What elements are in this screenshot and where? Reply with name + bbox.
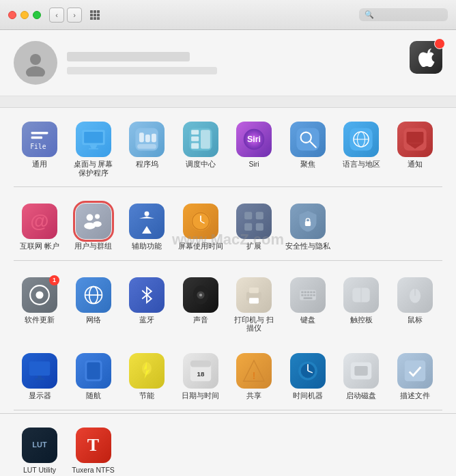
svg-rect-10 (137, 144, 156, 149)
pref-item-accessibility[interactable]: 辅助功能 (121, 199, 173, 255)
apple-id-badge (434, 38, 445, 49)
pref-item-security[interactable]: 安全性与隐私 (282, 199, 334, 255)
pref-item-siri[interactable]: SiriSiri (228, 117, 280, 181)
svg-rect-67 (303, 297, 312, 299)
section-1: File通用桌面与 屏幕保护程序程序坞调度中心SiriSiri聚焦语言与地区通知 (0, 108, 456, 184)
pref-item-mouse[interactable]: 鼠标 (389, 273, 441, 337)
pref-item-general[interactable]: File通用 (14, 117, 66, 181)
pref-icon-desktop (76, 122, 111, 157)
svg-rect-55 (249, 298, 259, 303)
pref-label-printer: 打印机与 扫描仪 (231, 316, 277, 333)
svg-rect-61 (313, 291, 315, 293)
pref-item-screensaver[interactable]: 屏幕使用时间 (175, 199, 227, 255)
svg-rect-13 (152, 134, 156, 142)
pref-label-dock: 程序坞 (136, 160, 158, 169)
pref-label-sound: 声音 (193, 316, 208, 324)
grid-view-button[interactable] (87, 8, 102, 23)
pref-label-mouse: 鼠标 (408, 316, 423, 324)
pref-label-software: 软件更新 (25, 316, 55, 324)
pref-item-handoff[interactable]: 随航 (68, 349, 119, 404)
minimize-button[interactable] (20, 11, 29, 19)
pref-item-software[interactable]: 1软件更新 (14, 273, 66, 337)
svg-text:18: 18 (197, 370, 204, 378)
pref-item-profile[interactable]: 描述文件 (389, 349, 441, 404)
pref-item-datetime[interactable]: 18日期与时间 (175, 349, 227, 404)
pref-item-tuxera[interactable]: TTuxera NTFS (68, 423, 119, 476)
pref-item-extensions[interactable]: 扩展 (228, 199, 280, 255)
pref-icon-network (76, 277, 111, 313)
pref-item-display[interactable]: 显示器 (14, 349, 66, 404)
svg-rect-66 (313, 294, 315, 296)
pref-item-sharing[interactable]: !共享 (228, 349, 280, 404)
pref-item-sound[interactable]: 声音 (175, 273, 227, 337)
svg-point-35 (145, 212, 149, 216)
svg-rect-41 (256, 212, 263, 219)
pref-item-trackpad[interactable]: 触控板 (335, 273, 387, 337)
section-2: @互联网 帐户用户与群组辅助功能屏幕使用时间扩展安全性与隐私 (0, 190, 456, 257)
pref-item-mission[interactable]: 调度中心 (175, 117, 227, 181)
pref-label-desktop: 桌面与 屏幕保护程序 (70, 160, 117, 177)
pref-item-internet[interactable]: @互联网 帐户 (14, 199, 66, 255)
svg-rect-63 (304, 294, 306, 296)
section-4: 显示器随航节能18日期与时间!共享时间机器启动磁盘描述文件 (0, 339, 456, 407)
pref-item-timemachine[interactable]: 时间机器 (282, 349, 334, 404)
pref-icon-dock (129, 122, 165, 157)
forward-button[interactable]: › (67, 8, 82, 23)
svg-rect-29 (406, 132, 423, 143)
pref-icon-spotlight (290, 122, 326, 157)
pref-item-dock[interactable]: 程序坞 (121, 117, 173, 181)
pref-item-users[interactable]: 用户与群组 (68, 199, 119, 255)
pref-item-bluetooth[interactable]: 蓝牙 (121, 273, 173, 337)
section-3: 1软件更新网络蓝牙声音打印机与 扫描仪键盘触控板鼠标 (0, 264, 456, 339)
back-button[interactable]: ‹ (49, 8, 64, 23)
pref-icon-tuxera: T (76, 428, 111, 463)
svg-text:!: ! (252, 369, 255, 381)
pref-icon-siri: Siri (236, 122, 272, 157)
pref-item-keyboard[interactable]: 键盘 (282, 273, 334, 337)
pref-icon-accessibility (129, 204, 165, 239)
pref-item-network[interactable]: 网络 (68, 273, 119, 337)
pref-icon-screensaver (183, 204, 218, 239)
pref-icon-datetime: 18 (183, 353, 218, 389)
svg-rect-3 (31, 137, 43, 139)
bottom-section: LUTLUT UtilityTTuxera NTFS (0, 413, 456, 476)
apple-id-button[interactable] (410, 41, 442, 76)
svg-rect-64 (307, 294, 309, 296)
avatar (14, 41, 57, 85)
titlebar: ‹ › 🔍 (0, 0, 456, 30)
pref-icon-mouse (397, 277, 433, 313)
pref-item-startup[interactable]: 启动磁盘 (335, 349, 387, 404)
svg-rect-40 (244, 223, 252, 231)
pref-item-spotlight[interactable]: 聚焦 (282, 117, 334, 181)
close-button[interactable] (8, 11, 16, 19)
pref-item-lut[interactable]: LUTLUT Utility (14, 423, 66, 476)
profile-name (67, 52, 190, 61)
pref-label-bluetooth: 蓝牙 (139, 316, 154, 324)
search-bar[interactable]: 🔍 (359, 8, 448, 21)
pref-icon-trackpad (343, 277, 379, 313)
pref-label-security: 安全性与隐私 (285, 242, 330, 251)
pref-item-desktop[interactable]: 桌面与 屏幕保护程序 (68, 117, 119, 181)
svg-rect-65 (310, 294, 312, 296)
divider-3 (14, 410, 442, 410)
pref-icon-profile (397, 353, 433, 389)
pref-item-energy[interactable]: 节能 (121, 349, 173, 404)
svg-rect-12 (145, 135, 150, 142)
pref-icon-display (22, 353, 57, 389)
pref-label-extensions: 扩展 (246, 242, 261, 251)
pref-item-notification[interactable]: 通知 (389, 117, 441, 181)
nav-buttons: ‹ › (49, 8, 82, 23)
svg-rect-54 (249, 288, 259, 293)
maximize-button[interactable] (33, 11, 41, 19)
pref-label-keyboard: 键盘 (300, 316, 315, 324)
svg-point-1 (26, 66, 45, 76)
pref-icon-extensions (236, 204, 272, 239)
pref-icon-timemachine (290, 353, 326, 389)
pref-label-accessibility: 辅助功能 (132, 242, 162, 251)
pref-icon-keyboard (290, 277, 326, 313)
svg-text:File: File (30, 143, 46, 150)
pref-icon-sharing: ! (236, 353, 272, 389)
pref-item-language[interactable]: 语言与地区 (335, 117, 387, 181)
pref-item-printer[interactable]: 打印机与 扫描仪 (228, 273, 280, 337)
pref-label-network: 网络 (86, 316, 101, 324)
